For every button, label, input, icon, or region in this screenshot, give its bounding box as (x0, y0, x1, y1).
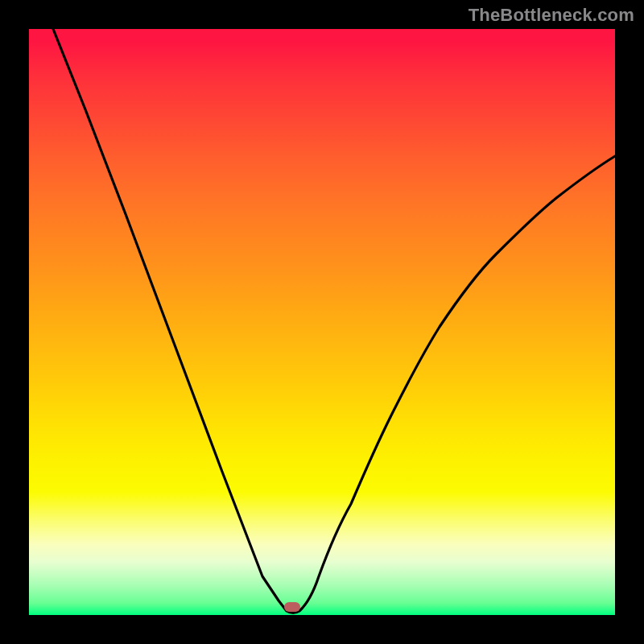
plot-area (29, 29, 615, 615)
marker-pill (284, 602, 300, 612)
chart-frame: TheBottleneck.com (0, 0, 644, 644)
watermark-text: TheBottleneck.com (469, 5, 634, 26)
curve-path (53, 29, 615, 613)
curve-svg (29, 29, 615, 615)
